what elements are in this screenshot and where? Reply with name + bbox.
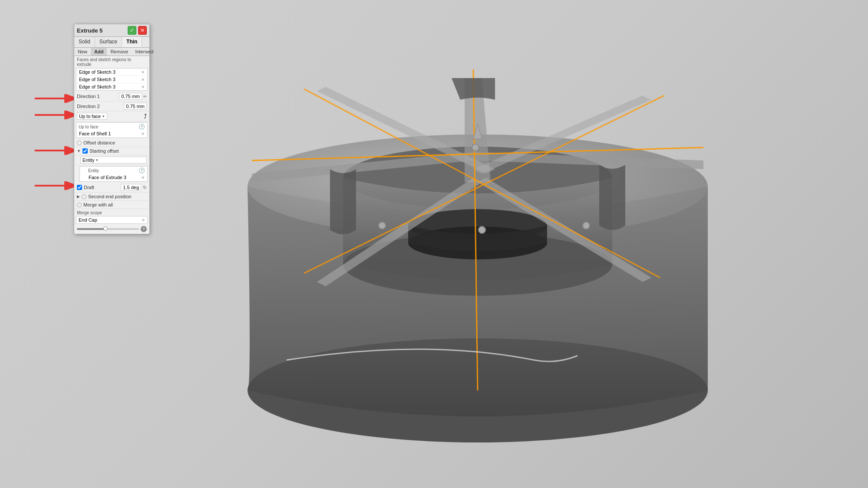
face-of-extrude-value: Face of Extrude 3 <box>89 175 126 180</box>
subtab-remove[interactable]: Remove <box>107 48 132 56</box>
3d-model <box>165 13 816 468</box>
merge-with-all-label: Merge with all <box>83 202 113 207</box>
merge-scope-value: End Cap <box>79 217 97 223</box>
direction1-label: Direction 1 <box>77 94 100 99</box>
entity-dropdown[interactable]: Entity ▼ <box>80 157 147 164</box>
face-entity-remove-icon[interactable]: ✕ <box>141 131 145 136</box>
svg-point-10 <box>472 144 479 151</box>
cancel-button[interactable]: ✕ <box>138 26 147 35</box>
slider-thumb[interactable] <box>103 226 108 231</box>
subtab-add[interactable]: Add <box>91 48 107 56</box>
starting-offset-expand-icon[interactable]: ▼ <box>77 149 81 153</box>
up-to-face-label: Up to face <box>79 124 99 129</box>
merge-scope-remove-icon[interactable]: ✕ <box>142 218 145 223</box>
starting-offset-row: ▼ Starting offset <box>74 147 149 155</box>
up-to-face-label-row: Up to face 🕐 <box>76 123 147 130</box>
face-of-extrude-item: Face of Extrude 3 ✕ <box>86 174 147 181</box>
extrude-panel: Extrude 5 ✓ ✕ Solid Surface Thin New Add… <box>74 24 150 234</box>
draft-checkbox[interactable] <box>77 185 82 190</box>
slider-fill <box>77 228 105 230</box>
draft-refresh-icon[interactable]: ↻ <box>143 185 147 190</box>
direction2-value: 0.75 mm <box>124 103 147 110</box>
panel-title: Extrude 5 <box>77 27 102 34</box>
sketch-item-2: Edge of Sketch 3 ✕ <box>76 83 147 90</box>
second-end-radio[interactable] <box>82 194 86 199</box>
face-entity-value: Face of Shell 1 <box>79 131 111 136</box>
face-entity-item: Face of Shell 1 ✕ <box>76 130 147 137</box>
svg-point-13 <box>379 222 386 229</box>
starting-offset-checkbox[interactable] <box>83 148 88 154</box>
entity-box: Entity 🕐 Face of Extrude 3 ✕ <box>79 166 148 182</box>
starting-offset-label: Starting offset <box>89 148 119 154</box>
entity-label-row: Entity 🕐 <box>86 167 147 174</box>
direction1-edit-icon[interactable]: ✏ <box>143 94 147 99</box>
merge-scope-input[interactable]: End Cap ✕ <box>76 216 148 224</box>
direction1-value: 0.75 mm ✏ <box>119 93 147 100</box>
sketch-item-remove-0[interactable]: ✕ <box>141 70 145 75</box>
panel-header: Extrude 5 ✓ ✕ <box>74 24 149 37</box>
direction2-label: Direction 2 <box>77 104 100 109</box>
draft-value[interactable]: 1.5 deg <box>121 184 141 191</box>
tab-surface[interactable]: Surface <box>95 37 122 47</box>
confirm-button[interactable]: ✓ <box>128 26 136 35</box>
entity-clock-icon[interactable]: 🕐 <box>139 167 145 174</box>
entity-dropdown-arrow-icon: ▼ <box>96 158 99 162</box>
entity-dropdown-value: Entity <box>83 157 95 163</box>
direction1-row: Direction 1 0.75 mm ✏ <box>74 92 149 102</box>
sketch-section-label: Faces and sketch regions to extrude <box>74 56 149 67</box>
sketch-item-remove-2[interactable]: ✕ <box>141 85 145 89</box>
subtab-intersect[interactable]: Intersect <box>132 48 157 56</box>
svg-point-11 <box>583 222 590 229</box>
sketch-list: Edge of Sketch 3 ✕ Edge of Sketch 3 ✕ Ed… <box>76 68 148 91</box>
entity-label: Entity <box>88 168 99 173</box>
up-to-face-box: Up to face 🕐 Face of Shell 1 ✕ <box>76 122 148 138</box>
operation-subtabs: New Add Remove Intersect <box>74 48 149 56</box>
slider-row: ? <box>74 224 149 234</box>
slider-track[interactable] <box>77 228 139 230</box>
second-end-label: Second end position <box>88 194 132 199</box>
sketch-item-label-0: Edge of Sketch 3 <box>79 69 116 75</box>
merge-with-all-radio[interactable] <box>77 203 82 207</box>
help-icon[interactable]: ? <box>141 226 147 232</box>
offset-distance-radio[interactable] <box>77 141 82 145</box>
sketch-item-remove-1[interactable]: ✕ <box>141 77 145 82</box>
sketch-item-1: Edge of Sketch 3 ✕ <box>76 76 147 83</box>
face-of-extrude-remove-icon[interactable]: ✕ <box>141 175 145 180</box>
end-type-dropdown[interactable]: Up to face ▼ <box>77 113 107 120</box>
end-type-row: Up to face ▼ ⤴ <box>74 111 149 121</box>
draft-row: Draft 1.5 deg ↻ <box>74 183 149 193</box>
tab-thin[interactable]: Thin <box>122 37 142 47</box>
end-type-arrow-icon: ▼ <box>102 115 105 118</box>
panel-header-buttons: ✓ ✕ <box>128 26 147 35</box>
sketch-item-label-1: Edge of Sketch 3 <box>79 77 116 82</box>
direction2-row: Direction 2 0.75 mm <box>74 102 149 111</box>
tab-solid[interactable]: Solid <box>74 37 95 47</box>
end-type-value: Up to face <box>79 114 101 119</box>
draft-label: Draft <box>84 185 94 190</box>
offset-distance-label: Offset distance <box>83 140 115 145</box>
second-end-expand-icon: ▶ <box>77 194 80 199</box>
sketch-item-label-2: Edge of Sketch 3 <box>79 84 116 89</box>
type-tabs: Solid Surface Thin <box>74 37 149 48</box>
svg-point-12 <box>479 226 485 233</box>
up-to-face-clock-icon[interactable]: 🕐 <box>139 124 145 130</box>
entity-dropdown-row: Entity ▼ <box>74 155 149 165</box>
subtab-new[interactable]: New <box>74 48 91 56</box>
second-end-position-row[interactable]: ▶ Second end position <box>74 193 149 201</box>
sketch-item-0: Edge of Sketch 3 ✕ <box>76 69 147 76</box>
offset-distance-row: Offset distance <box>74 139 149 147</box>
merge-scope-label: Merge scope <box>74 209 149 216</box>
merge-with-all-row: Merge with all <box>74 201 149 209</box>
end-type-direction-icon[interactable]: ⤴ <box>144 113 147 120</box>
